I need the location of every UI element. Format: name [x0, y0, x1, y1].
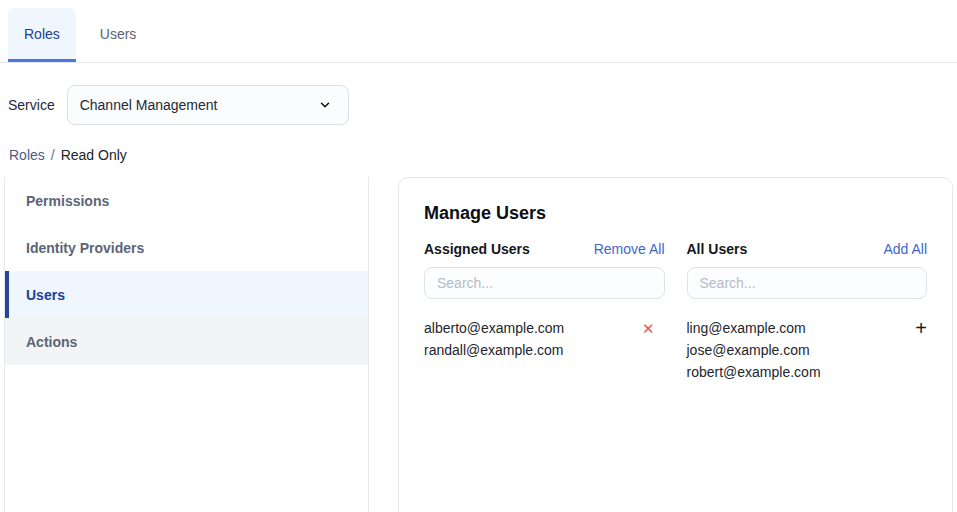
user-columns: Assigned Users Remove All alberto@exampl…	[424, 241, 927, 383]
service-row: Service Channel Management	[8, 85, 957, 125]
add-user-icon[interactable]: +	[915, 318, 927, 338]
service-dropdown[interactable]: Channel Management	[67, 85, 349, 125]
content-area: Permissions Identity Providers Users Act…	[0, 177, 957, 512]
all-user-row: robert@example.com +	[687, 361, 928, 383]
sidebar-item[interactable]: Identity Providers	[5, 224, 368, 271]
assigned-users-header: Assigned Users Remove All	[424, 241, 665, 257]
user-email: alberto@example.com	[424, 320, 564, 336]
sidebar-item[interactable]: Actions	[5, 318, 368, 365]
manage-users-card: Manage Users Assigned Users Remove All a…	[398, 177, 953, 512]
service-selected-value: Channel Management	[80, 97, 218, 113]
breadcrumb-roles-link[interactable]: Roles	[9, 147, 45, 163]
breadcrumb-separator: /	[51, 147, 55, 163]
all-user-row: ling@example.com +	[687, 317, 928, 339]
card-title: Manage Users	[424, 203, 927, 224]
user-email: robert@example.com	[687, 364, 821, 380]
user-email: jose@example.com	[687, 342, 810, 358]
top-tab-bar: Roles Users	[0, 0, 957, 63]
all-users-heading: All Users	[687, 241, 748, 257]
assigned-user-row: alberto@example.com ✕	[424, 317, 665, 339]
top-tab[interactable]: Roles	[8, 8, 76, 62]
breadcrumb-current: Read Only	[61, 147, 127, 163]
breadcrumb: Roles / Read Only	[9, 147, 957, 163]
all-users-list: ling@example.com + jose@example.com + ro…	[687, 317, 928, 383]
assigned-users-list: alberto@example.com ✕ randall@example.co…	[424, 317, 665, 361]
role-sidebar: Permissions Identity Providers Users Act…	[4, 177, 369, 512]
sidebar-item-label: Users	[26, 287, 65, 303]
all-users-column: All Users Add All ling@example.com + jos…	[687, 241, 928, 383]
assigned-users-column: Assigned Users Remove All alberto@exampl…	[424, 241, 665, 383]
sidebar-item-label: Permissions	[26, 193, 109, 209]
all-user-row: jose@example.com +	[687, 339, 928, 361]
all-users-search-input[interactable]	[687, 267, 928, 299]
remove-all-button[interactable]: Remove All	[594, 241, 665, 257]
tab-label: Roles	[24, 26, 60, 42]
remove-user-icon[interactable]: ✕	[642, 321, 655, 336]
user-email: randall@example.com	[424, 342, 564, 358]
add-all-button[interactable]: Add All	[883, 241, 927, 257]
assigned-users-heading: Assigned Users	[424, 241, 530, 257]
tab-label: Users	[100, 26, 137, 42]
user-email: ling@example.com	[687, 320, 806, 336]
top-tab[interactable]: Users	[84, 8, 153, 62]
sidebar-item[interactable]: Permissions	[5, 177, 368, 224]
sidebar-item-label: Actions	[26, 334, 77, 350]
assigned-users-search-input[interactable]	[424, 267, 665, 299]
sidebar-item[interactable]: Users	[5, 271, 368, 318]
assigned-user-row: randall@example.com ✕	[424, 339, 665, 361]
all-users-header: All Users Add All	[687, 241, 928, 257]
service-label: Service	[8, 97, 55, 113]
sidebar-item-label: Identity Providers	[26, 240, 144, 256]
chevron-down-icon	[318, 98, 332, 112]
